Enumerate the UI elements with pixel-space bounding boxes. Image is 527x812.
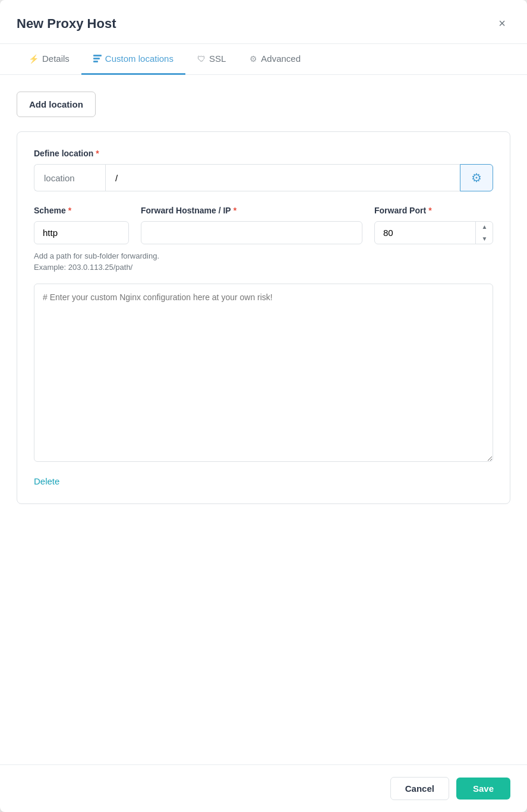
scheme-input[interactable] — [34, 221, 129, 244]
cancel-button[interactable]: Cancel — [390, 777, 449, 800]
port-spinners: ▲ ▼ — [475, 221, 493, 244]
tabs-bar: ⚡ Details Custom locations 🛡 SSL ⚙ Advan… — [0, 44, 527, 75]
scheme-group: Scheme * — [34, 206, 129, 244]
close-button[interactable]: × — [494, 14, 510, 33]
port-required-star: * — [428, 206, 431, 215]
modal-title: New Proxy Host — [17, 16, 116, 32]
lightning-icon: ⚡ — [29, 54, 39, 64]
example-text: Example: 203.0.113.25/path/ — [34, 263, 493, 272]
port-decrement-button[interactable]: ▼ — [476, 233, 493, 245]
location-input[interactable] — [105, 164, 460, 191]
shield-icon: 🛡 — [197, 54, 206, 64]
define-location-label: Define location * — [34, 149, 493, 158]
modal-body: Add location Define location * location … — [0, 75, 527, 764]
save-button[interactable]: Save — [456, 778, 510, 800]
port-input-wrapper: ▲ ▼ — [374, 221, 493, 244]
location-prefix: location — [34, 164, 105, 191]
gear-settings-button[interactable]: ⚙ — [460, 164, 493, 191]
tab-advanced[interactable]: ⚙ Advanced — [238, 44, 313, 75]
location-card: Define location * location ⚙ Scheme * — [17, 131, 510, 504]
gear-tab-icon: ⚙ — [250, 54, 257, 64]
hostname-group: Forward Hostname / IP * — [141, 206, 362, 244]
modal-footer: Cancel Save — [0, 764, 527, 812]
nginx-config-textarea[interactable] — [34, 284, 493, 462]
tab-custom-locations[interactable]: Custom locations — [81, 44, 185, 75]
port-label: Forward Port * — [374, 206, 493, 215]
add-location-button[interactable]: Add location — [17, 92, 96, 117]
hint-text: Add a path for sub-folder forwarding. — [34, 251, 493, 260]
hostname-label: Forward Hostname / IP * — [141, 206, 362, 215]
port-group: Forward Port * ▲ ▼ — [374, 206, 493, 244]
tab-details[interactable]: ⚡ Details — [17, 44, 81, 75]
required-star: * — [96, 149, 99, 158]
modal-header: New Proxy Host × — [0, 0, 527, 44]
tab-ssl[interactable]: 🛡 SSL — [185, 44, 238, 75]
scheme-label: Scheme * — [34, 206, 129, 215]
delete-button[interactable]: Delete — [34, 476, 59, 486]
gear-icon: ⚙ — [471, 171, 482, 185]
scheme-required-star: * — [68, 206, 71, 215]
port-increment-button[interactable]: ▲ — [476, 221, 493, 233]
modal: New Proxy Host × ⚡ Details Custom locati… — [0, 0, 527, 812]
hostname-input[interactable] — [141, 221, 362, 244]
scheme-hostname-port-row: Scheme * Forward Hostname / IP * Forward… — [34, 206, 493, 244]
location-input-row: location ⚙ — [34, 164, 493, 191]
layers-icon — [93, 55, 102, 62]
hostname-required-star: * — [233, 206, 236, 215]
